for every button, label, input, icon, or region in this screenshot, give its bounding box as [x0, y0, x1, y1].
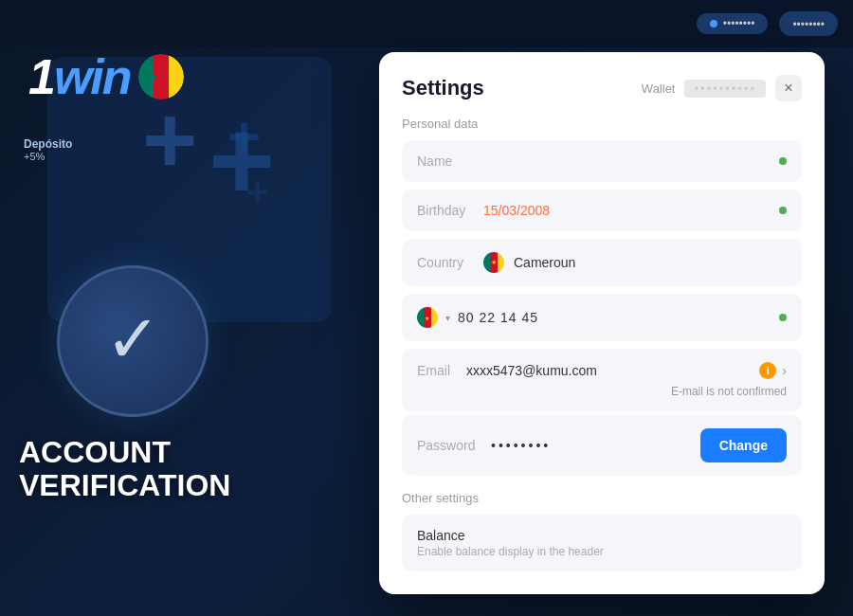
user-area: ••••••••: [697, 13, 769, 34]
header-right: •••••••• ••••••••: [697, 11, 838, 36]
country-field[interactable]: Country ★ Cameroun: [402, 239, 802, 286]
logo-flag: ★: [138, 54, 184, 100]
birthday-status-dot: [779, 207, 787, 214]
phone-chevron-icon: ▾: [445, 313, 450, 323]
deco-big-plus: +: [142, 85, 197, 194]
deposit-percent: +5%: [24, 151, 72, 162]
phone-number: 80 22 14 45: [458, 310, 771, 325]
verification-circle: ✓: [57, 265, 209, 417]
wallet-label: Wallet: [642, 82, 676, 96]
pf-green: [417, 307, 424, 328]
email-label: Email: [417, 363, 459, 378]
balance-description: Enable balance display in the header: [417, 545, 787, 558]
country-value: Cameroun: [514, 255, 575, 270]
cf-red: ★: [490, 252, 497, 273]
email-value: xxxx5473@kumu.com: [466, 363, 752, 378]
email-field[interactable]: Email xxxx5473@kumu.com i › E-mail is no…: [402, 349, 802, 411]
close-icon: ×: [784, 80, 792, 97]
deposit-label: Depósito: [24, 137, 72, 151]
phone-flag: ★: [417, 307, 438, 328]
modal-title: Settings: [402, 76, 484, 100]
verification-title-line2: VERIFICATION: [19, 469, 230, 502]
name-label: Name: [417, 154, 483, 169]
modal-header-right: Wallet •••••••••• ×: [642, 75, 802, 101]
pf-star: ★: [425, 315, 429, 321]
birthday-value: 15/03/2008: [483, 203, 550, 218]
birthday-field[interactable]: Birthday 15/03/2008: [402, 190, 802, 231]
change-password-button[interactable]: Change: [700, 428, 787, 462]
phone-field[interactable]: ★ ▾ 80 22 14 45: [402, 294, 802, 341]
cameroon-flag: ★: [138, 54, 184, 100]
verification-title-line1: ACCOUNT: [19, 436, 230, 469]
cf-green: [483, 252, 490, 273]
settings-modal: Settings Wallet •••••••••• × Personal da…: [379, 52, 825, 594]
password-value: ••••••••: [491, 438, 693, 453]
wallet-value: ••••••••••: [684, 80, 766, 98]
balance-field[interactable]: Balance Enable balance display in the he…: [402, 515, 802, 571]
pf-red: ★: [424, 307, 430, 328]
balance-text: ••••••••: [792, 18, 825, 31]
email-warning: E-mail is not confirmed: [417, 383, 787, 398]
deposit-badge: Depósito +5%: [24, 137, 72, 162]
country-label: Country: [417, 255, 474, 270]
verification-text: ACCOUNT VERIFICATION: [19, 436, 230, 502]
deco-small-plus: +: [227, 104, 261, 170]
circle-outer: ✓: [57, 265, 209, 417]
email-arrow-icon: ›: [782, 363, 787, 378]
header-bar: •••••••• ••••••••: [0, 0, 853, 47]
balance-label: Balance: [417, 528, 787, 543]
user-text: ••••••••: [723, 17, 755, 30]
other-settings-label: Other settings: [402, 491, 802, 505]
logo-text: 1win: [28, 52, 131, 101]
name-field[interactable]: Name: [402, 140, 802, 182]
personal-data-label: Personal data: [402, 117, 802, 131]
name-status-dot: [779, 157, 787, 165]
logo-win: win: [54, 49, 131, 104]
phone-status-dot: [779, 314, 787, 321]
flag-star: ★: [148, 70, 158, 83]
cf-yellow: [498, 252, 504, 273]
modal-header: Settings Wallet •••••••••• ×: [402, 75, 802, 101]
email-top-row: Email xxxx5473@kumu.com i ›: [417, 362, 787, 379]
cf-star: ★: [491, 259, 497, 266]
balance-area: ••••••••: [779, 11, 838, 36]
email-icons: i ›: [759, 362, 787, 379]
logo-container: 1win ★: [28, 52, 184, 101]
country-flag: ★: [483, 252, 504, 273]
flag-yellow-stripe: ★: [169, 54, 184, 100]
close-button[interactable]: ×: [775, 75, 802, 101]
user-dot: [710, 20, 717, 27]
checkmark-icon: ✓: [105, 306, 161, 372]
logo-one: 1: [28, 49, 54, 104]
email-info-icon: i: [759, 362, 776, 379]
logo-area: 1win ★: [28, 52, 184, 101]
password-label: Password: [417, 438, 483, 453]
password-field[interactable]: Password •••••••• Change: [402, 415, 802, 476]
pf-yellow: [431, 307, 438, 328]
birthday-label: Birthday: [417, 203, 483, 218]
